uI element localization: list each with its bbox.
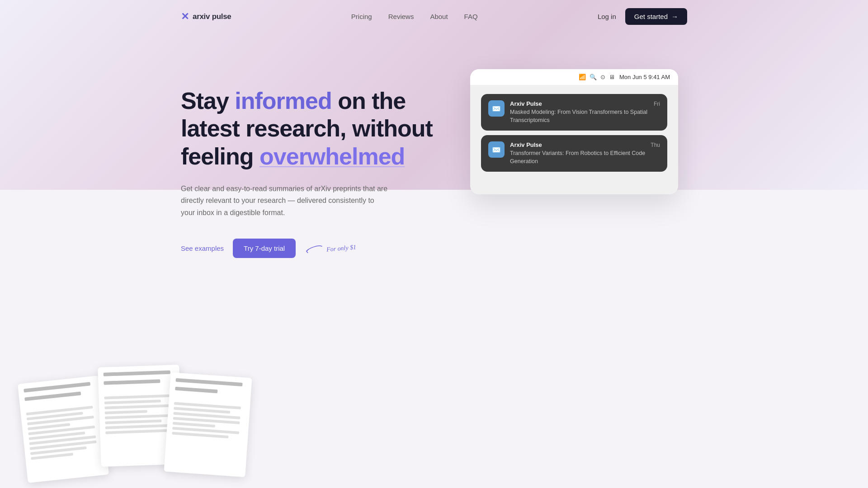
hero-content: Stay informed on the latest research, wi… [181, 69, 434, 258]
papers-section [0, 361, 868, 488]
notif-body-1: Arxiv Pulse Fri Masked Modeling: From Vi… [510, 100, 660, 124]
nav-links: Pricing Reviews About FAQ [351, 13, 478, 21]
hero-section: Stay informed on the latest research, wi… [181, 33, 687, 285]
notification-card-1: ✉️ Arxiv Pulse Fri Masked Modeling: From… [481, 94, 667, 131]
wifi-icon: 📶 [579, 74, 586, 80]
price-note: For only $1 [305, 244, 356, 253]
get-started-label: Get started [634, 13, 668, 20]
get-started-arrow-icon: → [671, 13, 678, 20]
location-icon: ⊙ [600, 74, 605, 80]
notif-body-2: Arxiv Pulse Thu Transformer Variants: Fr… [510, 141, 660, 165]
phone-notifications: ✉️ Arxiv Pulse Fri Masked Modeling: From… [470, 85, 678, 194]
notification-card-2: ✉️ Arxiv Pulse Thu Transformer Variants:… [481, 135, 667, 172]
nav-link-pricing[interactable]: Pricing [351, 13, 372, 20]
phone-statusbar: 📶 🔍 ⊙ 🖥 Mon Jun 5 9:41 AM [470, 69, 678, 85]
paper-card-3 [164, 372, 252, 477]
notif-time-2: Thu [651, 142, 660, 148]
arrow-icon [305, 244, 323, 253]
trial-button[interactable]: Try 7-day trial [233, 239, 296, 258]
hero-actions: See examples Try 7-day trial For only $1 [181, 239, 434, 258]
paper-card-1 [18, 375, 109, 483]
hero-title-informed: informed [235, 88, 331, 114]
notif-title-1: Masked Modeling: From Vision Transformer… [510, 108, 660, 124]
notif-header-2: Arxiv Pulse Thu [510, 141, 660, 148]
hero-title-overwhelmed: overwhelmed [259, 143, 405, 169]
notif-icon-2: ✉️ [488, 141, 505, 158]
hero-title-prefix: Stay [181, 88, 235, 114]
navbar: ✕ arxiv pulse Pricing Reviews About FAQ … [181, 0, 687, 33]
price-note-label: For only $1 [326, 244, 357, 253]
see-examples-button[interactable]: See examples [181, 244, 224, 252]
hero-title: Stay informed on the latest research, wi… [181, 87, 434, 170]
nav-link-about[interactable]: About [430, 13, 448, 20]
logo-link[interactable]: ✕ arxiv pulse [181, 11, 231, 23]
notif-header-1: Arxiv Pulse Fri [510, 100, 660, 107]
search-status-icon: 🔍 [590, 74, 597, 80]
notif-icon-1: ✉️ [488, 100, 505, 117]
logo-icon: ✕ [181, 11, 189, 23]
nav-actions: Log in Get started → [598, 8, 687, 25]
notif-time-1: Fri [654, 101, 660, 107]
get-started-button[interactable]: Get started → [625, 8, 687, 25]
status-time: Mon Jun 5 9:41 AM [619, 74, 670, 80]
status-icons: 📶 🔍 ⊙ 🖥 [579, 74, 615, 80]
phone-mockup: 📶 🔍 ⊙ 🖥 Mon Jun 5 9:41 AM ✉️ Arxiv Pulse [470, 69, 678, 194]
logo-text: arxiv pulse [193, 12, 231, 21]
notif-sender-1: Arxiv Pulse [510, 100, 542, 107]
screen-icon: 🖥 [609, 74, 615, 80]
login-button[interactable]: Log in [598, 13, 616, 20]
notif-sender-2: Arxiv Pulse [510, 141, 542, 148]
hero-description: Get clear and easy-to-read summaries of … [181, 183, 389, 219]
nav-link-faq[interactable]: FAQ [464, 13, 478, 20]
hero-mockup: 📶 🔍 ⊙ 🖥 Mon Jun 5 9:41 AM ✉️ Arxiv Pulse [470, 69, 687, 194]
nav-link-reviews[interactable]: Reviews [388, 13, 414, 20]
notif-title-2: Transformer Variants: From Robotics to E… [510, 150, 660, 165]
